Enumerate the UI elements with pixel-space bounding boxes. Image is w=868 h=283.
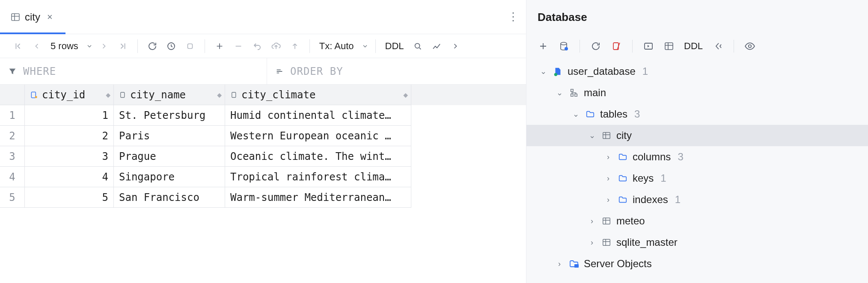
tree-node-server-objects[interactable]: › Server Objects	[526, 253, 868, 274]
cell-city-name[interactable]: St. Petersburg	[114, 105, 225, 126]
keys-label: keys	[633, 172, 654, 184]
delete-row-icon[interactable]	[231, 38, 246, 54]
cell-city-id[interactable]: 3	[25, 146, 114, 167]
chevron-down-icon[interactable]	[84, 43, 93, 50]
first-page-icon[interactable]	[10, 38, 26, 54]
commit-cloud-icon[interactable]	[268, 38, 284, 54]
disconnect-icon[interactable]	[608, 38, 624, 54]
cell-city-name[interactable]: Singapore	[114, 167, 225, 187]
refresh-icon[interactable]	[588, 38, 604, 54]
tx-label[interactable]: Tx: Auto	[317, 41, 357, 52]
prev-page-icon[interactable]	[29, 38, 45, 54]
jump-to-console-icon[interactable]	[640, 38, 657, 54]
row-count-label[interactable]: 5 rows	[48, 41, 81, 52]
row-gutter[interactable]: 2	[0, 126, 25, 146]
gutter-corner[interactable]	[0, 85, 25, 105]
search-icon[interactable]	[410, 38, 425, 54]
next-page-icon[interactable]	[96, 38, 112, 54]
tree-node-indexes[interactable]: › indexes 1	[526, 189, 868, 210]
ddl-button[interactable]: DDL	[681, 41, 705, 52]
table-row[interactable]: 4 4 Singapore Tropical rainforest clima…	[0, 167, 526, 187]
table-row[interactable]: 5 5 San Francisco Warm-summer Mediterran…	[0, 187, 526, 208]
svg-point-5	[35, 96, 37, 98]
datasource-properties-icon[interactable]	[556, 38, 572, 54]
cell-city-climate[interactable]: Humid continental climate…	[225, 105, 411, 126]
tree-node-meteo[interactable]: › meteo	[526, 210, 868, 232]
column-header-city-climate[interactable]: city_climate ◆	[225, 85, 411, 105]
chevron-right-icon[interactable]: ›	[603, 153, 613, 162]
key-column-icon	[30, 91, 39, 99]
tree-node-sqlite-master[interactable]: › sqlite_master	[526, 232, 868, 253]
tree-node-keys[interactable]: › keys 1	[526, 168, 868, 189]
sort-indicator-icon[interactable]: ◆	[106, 90, 109, 99]
column-header-city-name[interactable]: city_name ◆	[114, 85, 225, 105]
clock-icon[interactable]	[163, 38, 179, 54]
tree-node-schema[interactable]: ⌄ main	[526, 82, 868, 103]
chevron-right-icon[interactable]: ›	[587, 217, 597, 226]
revert-icon[interactable]	[250, 38, 265, 54]
add-row-icon[interactable]	[212, 38, 227, 54]
chevron-right-icon[interactable]: ›	[603, 195, 613, 204]
chevron-right-icon[interactable]: ›	[555, 259, 564, 268]
cell-city-id[interactable]: 1	[25, 105, 114, 126]
tree-node-columns[interactable]: › columns 3	[526, 146, 868, 168]
cell-city-id[interactable]: 2	[25, 126, 114, 146]
row-gutter[interactable]: 3	[0, 146, 25, 167]
table-view-icon[interactable]	[661, 38, 677, 54]
chevron-right-icon[interactable]: ›	[587, 238, 597, 247]
ddl-button[interactable]: DDL	[383, 41, 407, 52]
svg-rect-15	[571, 89, 574, 92]
tree-node-database[interactable]: ⌄ user_database 1	[526, 61, 868, 82]
panel-title: Database	[526, 0, 868, 34]
cell-city-climate[interactable]: Western European oceanic …	[225, 126, 411, 146]
toolbar-more-icon[interactable]	[448, 38, 463, 54]
column-header-city-id[interactable]: city_id ◆	[25, 85, 114, 105]
cell-city-name[interactable]: San Francisco	[114, 187, 225, 208]
upload-icon[interactable]	[287, 38, 303, 54]
row-gutter[interactable]: 5	[0, 187, 25, 208]
collapse-icon[interactable]	[710, 38, 726, 54]
chevron-down-icon[interactable]: ⌄	[538, 67, 548, 76]
table-row[interactable]: 1 1 St. Petersburg Humid continental cli…	[0, 105, 526, 126]
view-options-icon[interactable]	[742, 38, 758, 54]
chart-icon[interactable]	[429, 38, 444, 54]
tree-node-city[interactable]: ⌄ city	[526, 125, 868, 146]
cell-city-climate[interactable]: Warm-summer Mediterranean…	[225, 187, 411, 208]
cell-city-name[interactable]: Paris	[114, 126, 225, 146]
order-by-field[interactable]: ORDER BY	[267, 58, 526, 84]
chevron-down-icon[interactable]: ⌄	[555, 88, 564, 97]
row-gutter[interactable]: 4	[0, 167, 25, 187]
chevron-down-icon[interactable]	[360, 43, 369, 50]
tab-menu-button[interactable]: ⋮	[500, 0, 526, 34]
stop-icon[interactable]	[182, 38, 198, 54]
svg-point-3	[415, 43, 419, 48]
tab-title: city	[25, 11, 40, 23]
last-page-icon[interactable]	[115, 38, 131, 54]
table-row[interactable]: 2 2 Paris Western European oceanic …	[0, 126, 526, 146]
sort-indicator-icon[interactable]: ◆	[403, 90, 407, 99]
server-folder-icon	[568, 259, 580, 269]
cell-city-name[interactable]: Prague	[114, 146, 225, 167]
chevron-right-icon[interactable]: ›	[603, 174, 613, 183]
sort-indicator-icon[interactable]: ◆	[217, 90, 220, 99]
cell-city-id[interactable]: 4	[25, 167, 114, 187]
svg-point-8	[561, 42, 567, 45]
chevron-down-icon[interactable]: ⌄	[587, 131, 597, 140]
row-gutter[interactable]: 1	[0, 105, 25, 126]
folder-icon	[617, 152, 628, 162]
close-icon[interactable]: ×	[45, 12, 55, 23]
tables-label: tables	[600, 108, 627, 120]
reload-icon[interactable]	[145, 38, 160, 54]
meteo-label: meteo	[616, 215, 645, 227]
tree-node-tables[interactable]: ⌄ tables 3	[526, 103, 868, 125]
where-field[interactable]: WHERE	[0, 58, 267, 84]
cell-city-id[interactable]: 5	[25, 187, 114, 208]
new-icon[interactable]	[535, 38, 551, 54]
table-row[interactable]: 3 3 Prague Oceanic climate. The wint…	[0, 146, 526, 167]
svg-rect-2	[187, 44, 192, 48]
svg-rect-19	[603, 218, 610, 224]
cell-city-climate[interactable]: Tropical rainforest clima…	[225, 167, 411, 187]
chevron-down-icon[interactable]: ⌄	[571, 109, 580, 119]
tab-city[interactable]: city ×	[0, 0, 65, 34]
cell-city-climate[interactable]: Oceanic climate. The wint…	[225, 146, 411, 167]
